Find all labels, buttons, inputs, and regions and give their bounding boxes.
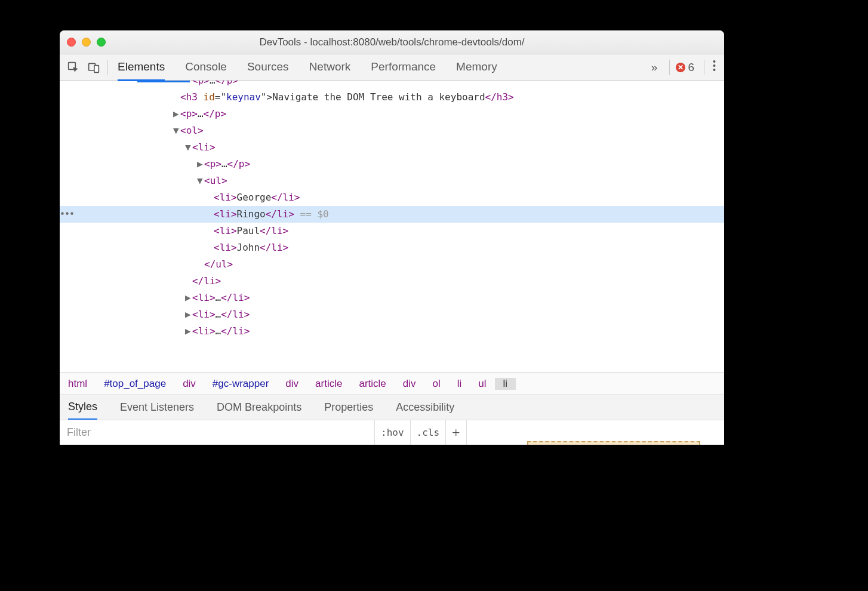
breadcrumb-item[interactable]: ol (424, 378, 449, 390)
collapse-arrow-icon[interactable]: ▼ (197, 173, 204, 189)
breadcrumb-item[interactable]: html (60, 378, 96, 390)
breadcrumb-item[interactable]: div (277, 378, 307, 390)
error-icon: ✕ (676, 63, 685, 72)
tree-row[interactable]: <li>George</li> (60, 189, 724, 206)
expand-arrow-icon[interactable]: ▶ (185, 290, 192, 306)
tree-row-selected[interactable]: •••<li>Ringo</li> == $0 (60, 206, 724, 223)
breadcrumb-item[interactable]: #top_of_page (96, 378, 174, 390)
panel-tabs: Elements Console Sources Network Perform… (118, 54, 645, 80)
minimize-icon[interactable] (82, 38, 91, 47)
error-count-value: 6 (688, 61, 694, 74)
separator (669, 60, 670, 75)
box-model-margin (527, 441, 700, 445)
subtab-event-listeners[interactable]: Event Listeners (120, 396, 194, 419)
tree-row[interactable]: ▶<p>…</p> (60, 156, 724, 173)
traffic-lights (67, 38, 106, 47)
breadcrumb-item-selected[interactable]: li (495, 378, 516, 390)
breadcrumb-item[interactable]: li (449, 378, 470, 390)
devtools-window: DevTools - localhost:8080/web/tools/chro… (60, 30, 724, 445)
tree-row[interactable]: <li>John</li> (60, 239, 724, 256)
breadcrumb-item[interactable]: div (395, 378, 424, 390)
toggle-class-button[interactable]: .cls (411, 420, 447, 445)
expand-arrow-icon[interactable]: ▶ (185, 323, 192, 340)
tree-row[interactable]: ▶<li>…</li> (60, 306, 724, 323)
window-title: DevTools - localhost:8080/web/tools/chro… (60, 36, 724, 48)
subtab-styles[interactable]: Styles (68, 395, 97, 420)
breadcrumb-item[interactable]: ul (470, 378, 494, 390)
close-icon[interactable] (67, 38, 76, 47)
expand-arrow-icon[interactable]: ▶ (197, 156, 204, 173)
zoom-icon[interactable] (97, 38, 106, 47)
breadcrumbs: html #top_of_page div #gc-wrapper div ar… (60, 373, 724, 395)
tree-row[interactable]: ▼<ol> (60, 122, 724, 139)
tree-row[interactable]: ▼<li> (60, 139, 724, 156)
collapse-arrow-icon[interactable]: ▼ (173, 122, 180, 139)
svg-rect-2 (94, 65, 99, 72)
separator (107, 60, 108, 75)
styles-filter-input[interactable] (60, 420, 375, 445)
toggle-hover-button[interactable]: :hov (375, 420, 411, 445)
breadcrumb-item[interactable]: article (307, 378, 350, 390)
tree-row[interactable]: <li>Paul</li> (60, 223, 724, 239)
main-toolbar: Elements Console Sources Network Perform… (60, 54, 724, 81)
device-toolbar-icon[interactable] (86, 60, 101, 75)
styles-tabs: Styles Event Listeners DOM Breakpoints P… (60, 395, 724, 420)
collapse-arrow-icon[interactable]: ▼ (185, 139, 192, 156)
expand-arrow-icon[interactable]: ▶ (185, 306, 192, 323)
tab-memory[interactable]: Memory (456, 54, 497, 80)
row-actions-icon[interactable]: ••• (60, 206, 74, 223)
tree-row[interactable]: ▶<p>…</p> (60, 106, 724, 122)
tree-row[interactable]: <h3 id="keynav">Navigate the DOM Tree wi… (60, 89, 724, 106)
svg-point-5 (713, 69, 716, 71)
tree-row[interactable]: ▼<ul> (60, 173, 724, 189)
breadcrumb-item[interactable]: #gc-wrapper (204, 378, 278, 390)
dom-tree[interactable]: <p>…</p> <h3 id="keynav">Navigate the DO… (60, 81, 724, 373)
box-model-preview (467, 420, 724, 445)
tab-network[interactable]: Network (309, 54, 351, 80)
breadcrumb-item[interactable]: div (174, 378, 204, 390)
tree-row[interactable]: </ul> (60, 256, 724, 273)
breadcrumb-item[interactable]: article (350, 378, 394, 390)
subtab-properties[interactable]: Properties (324, 396, 373, 419)
inspect-element-icon[interactable] (66, 60, 81, 75)
tree-row[interactable]: ▶<li>…</li> (60, 290, 724, 306)
menu-icon[interactable] (710, 60, 718, 75)
styles-filter-bar: :hov .cls + (60, 420, 724, 445)
selected-node-ref: == $0 (294, 208, 329, 220)
tree-row[interactable]: </li> (60, 273, 724, 290)
subtab-accessibility[interactable]: Accessibility (396, 396, 454, 419)
svg-point-3 (713, 60, 716, 63)
subtab-dom-breakpoints[interactable]: DOM Breakpoints (217, 396, 301, 419)
more-tabs-icon[interactable]: » (651, 61, 658, 74)
tab-performance[interactable]: Performance (371, 54, 436, 80)
svg-point-4 (713, 64, 716, 67)
new-style-rule-button[interactable]: + (446, 420, 467, 445)
tab-sources[interactable]: Sources (247, 54, 289, 80)
titlebar: DevTools - localhost:8080/web/tools/chro… (60, 30, 724, 54)
tree-row[interactable]: ▶<li>…</li> (60, 323, 724, 340)
tab-indicator (137, 81, 190, 82)
error-count[interactable]: ✕ 6 (676, 61, 694, 74)
separator (704, 60, 704, 75)
tab-console[interactable]: Console (185, 54, 227, 80)
tab-elements[interactable]: Elements (118, 54, 165, 81)
expand-arrow-icon[interactable]: ▶ (173, 106, 180, 122)
